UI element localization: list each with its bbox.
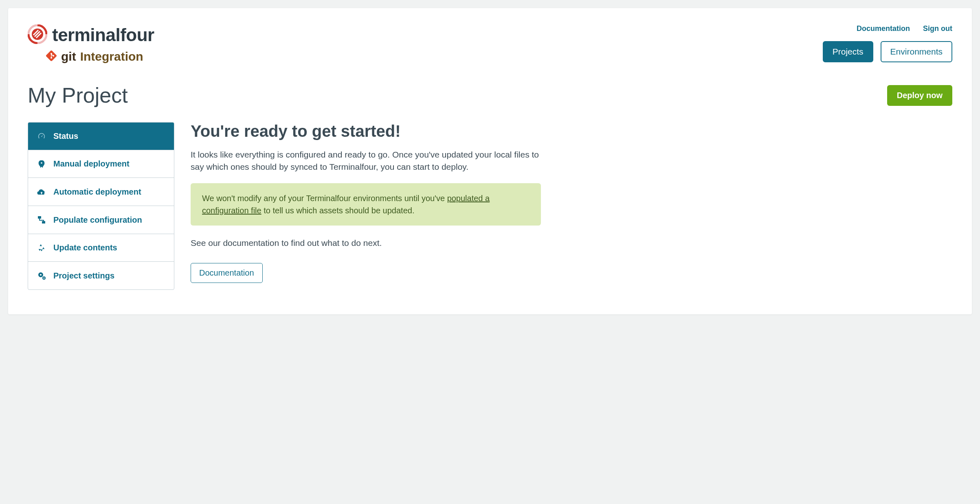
cloud-upload-icon bbox=[36, 187, 47, 197]
sub-brand-integration: Integration bbox=[80, 50, 143, 64]
sidebar-item-label: Status bbox=[53, 131, 78, 141]
svg-rect-11 bbox=[38, 217, 41, 218]
sidebar-item-status[interactable]: Status bbox=[28, 123, 174, 150]
sidebar-item-update-contents[interactable]: Update contents bbox=[28, 234, 174, 262]
svg-rect-12 bbox=[42, 221, 45, 223]
deploy-now-button[interactable]: Deploy now bbox=[887, 85, 952, 106]
sidebar: Status Manual deployment Automatic deplo… bbox=[28, 122, 174, 290]
intro-paragraph: It looks like everything is configured a… bbox=[191, 149, 541, 173]
info-callout: We won't modify any of your Terminalfour… bbox=[191, 183, 541, 226]
sidebar-item-populate-configuration[interactable]: Populate configuration bbox=[28, 206, 174, 234]
projects-button[interactable]: Projects bbox=[823, 41, 873, 62]
callout-text-pre: We won't modify any of your Terminalfour… bbox=[202, 194, 447, 203]
environments-button[interactable]: Environments bbox=[881, 41, 952, 62]
sidebar-item-label: Project settings bbox=[53, 271, 114, 280]
sub-brand-git: git bbox=[61, 50, 76, 64]
git-logo-icon bbox=[46, 50, 57, 63]
main-heading: You're ready to get started! bbox=[191, 122, 541, 140]
sidebar-item-label: Automatic deployment bbox=[53, 187, 141, 197]
sidebar-item-project-settings[interactable]: Project settings bbox=[28, 262, 174, 289]
next-steps-paragraph: See our documentation to find out what t… bbox=[191, 237, 541, 249]
sidebar-item-label: Update contents bbox=[53, 243, 117, 252]
callout-text-post: to tell us which assets should be update… bbox=[261, 206, 415, 215]
sidebar-item-manual-deployment[interactable]: Manual deployment bbox=[28, 150, 174, 178]
recycle-icon bbox=[36, 243, 47, 252]
sidebar-item-automatic-deployment[interactable]: Automatic deployment bbox=[28, 178, 174, 206]
brand-name: terminalfour bbox=[52, 25, 154, 45]
terminalfour-logo-icon bbox=[28, 24, 47, 46]
documentation-link[interactable]: Documentation bbox=[857, 24, 910, 33]
rocket-icon bbox=[36, 160, 47, 169]
network-icon bbox=[36, 215, 47, 225]
sidebar-item-label: Populate configuration bbox=[53, 215, 142, 225]
page-title: My Project bbox=[28, 83, 128, 107]
sidebar-item-label: Manual deployment bbox=[53, 159, 130, 169]
gears-icon bbox=[36, 271, 47, 280]
dashboard-icon bbox=[36, 132, 47, 141]
sign-out-link[interactable]: Sign out bbox=[923, 24, 952, 33]
logo-block: terminalfour git Integration bbox=[28, 24, 154, 64]
documentation-button[interactable]: Documentation bbox=[191, 263, 263, 283]
